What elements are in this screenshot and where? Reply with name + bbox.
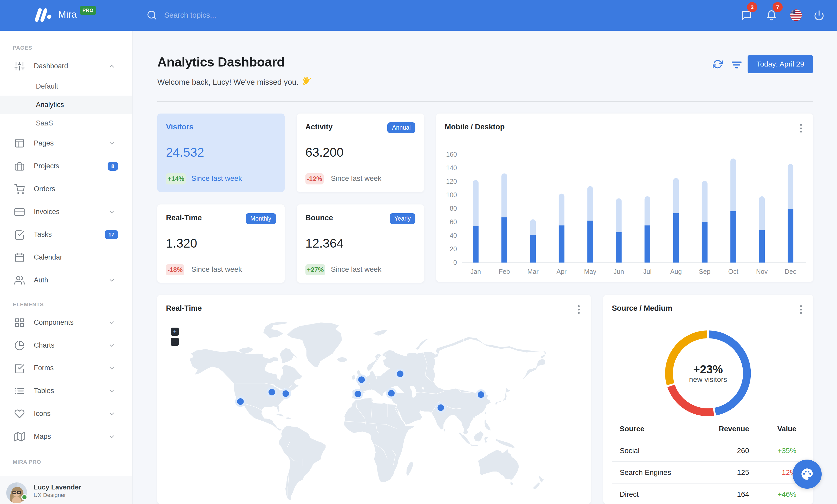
svg-text:Nov: Nov [756,268,768,275]
svg-text:20: 20 [450,245,457,253]
svg-text:Jun: Jun [613,268,624,275]
svg-text:Dec: Dec [785,268,796,275]
svg-text:100: 100 [446,191,457,199]
svg-text:40: 40 [450,232,457,239]
svg-text:Oct: Oct [728,268,738,275]
svg-text:Feb: Feb [499,268,510,275]
svg-text:0: 0 [453,259,457,266]
svg-text:60: 60 [450,218,457,225]
svg-text:160: 160 [446,151,457,158]
svg-text:Aug: Aug [670,268,681,275]
svg-text:80: 80 [450,205,457,212]
svg-text:140: 140 [446,164,457,171]
svg-text:Mar: Mar [528,268,539,275]
svg-text:Jan: Jan [470,268,481,275]
svg-text:Jul: Jul [643,268,652,275]
svg-text:Sep: Sep [699,268,710,275]
svg-text:May: May [584,268,596,275]
svg-text:120: 120 [446,178,457,185]
svg-text:Apr: Apr [556,268,567,275]
